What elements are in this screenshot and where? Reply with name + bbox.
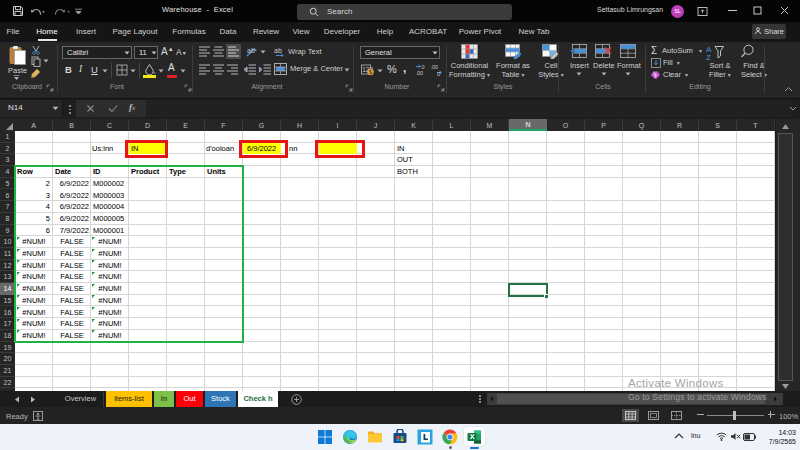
svg-text:ab: ab xyxy=(247,47,255,54)
svg-text:.00: .00 xyxy=(431,64,439,70)
svg-text:0: 0 xyxy=(437,71,440,76)
svg-text:ab: ab xyxy=(274,47,282,54)
svg-text:Z: Z xyxy=(706,53,711,61)
svg-text:.00: .00 xyxy=(416,70,424,76)
